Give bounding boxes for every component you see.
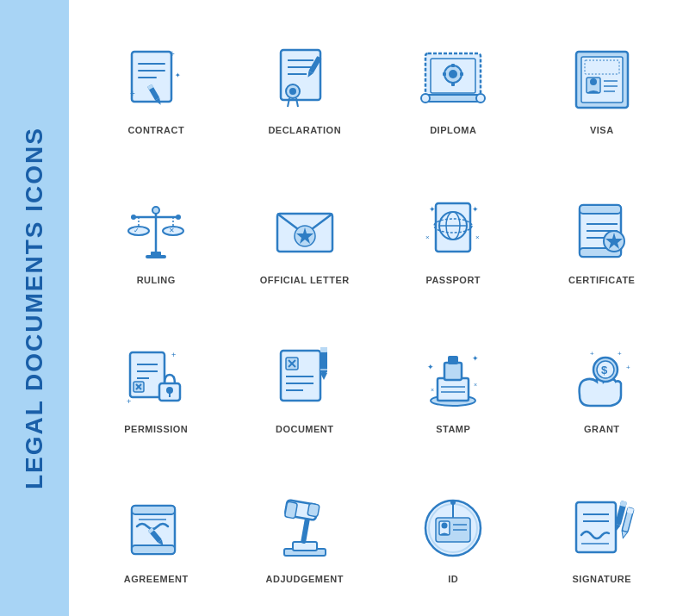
svg-text:✦: ✦ (175, 72, 181, 79)
svg-rect-123 (307, 503, 320, 517)
svg-text:✦: ✦ (472, 354, 479, 363)
signature-icon (563, 489, 641, 567)
adjudgement-icon (266, 489, 344, 567)
svg-rect-96 (438, 378, 469, 401)
svg-rect-98 (448, 356, 458, 364)
svg-point-35 (590, 78, 597, 85)
grant-label: GRANT (584, 424, 620, 434)
sidebar: LEGAL DOCUMENTS ICONS (0, 0, 69, 616)
permission-label: PERMISSION (124, 424, 188, 434)
icon-passport: ✦ ✦ × × PASSPORT (383, 167, 524, 308)
agreement-label: AGREEMENT (124, 574, 189, 584)
svg-rect-93 (320, 347, 327, 352)
svg-rect-24 (451, 64, 455, 67)
svg-text:+: + (171, 351, 176, 359)
sidebar-title: LEGAL DOCUMENTS ICONS (21, 127, 48, 489)
svg-rect-25 (451, 83, 455, 86)
certificate-icon (563, 190, 641, 268)
id-label: ID (448, 574, 458, 584)
adjudgement-label: ADJUDGEMENT (266, 574, 344, 584)
svg-point-23 (449, 70, 457, 78)
svg-text:+: + (127, 397, 131, 406)
icon-declaration: DECLARATION (235, 17, 376, 159)
contract-icon: + + ✦ (117, 40, 195, 118)
svg-rect-27 (460, 72, 463, 76)
icon-adjudgement: ADJUDGEMENT (235, 466, 376, 607)
icon-contract: + + ✦ CONTRACT (86, 17, 227, 159)
icon-permission: + + PERMISSION (86, 317, 227, 458)
svg-rect-113 (132, 545, 175, 554)
diploma-icon (414, 40, 492, 118)
svg-rect-28 (425, 95, 481, 102)
svg-text:+: + (626, 364, 630, 371)
svg-point-30 (476, 94, 485, 103)
icon-stamp: ✦ ✦ × × STAMP (383, 317, 524, 458)
svg-text:×: × (425, 233, 430, 241)
svg-text:✦: ✦ (472, 205, 479, 214)
id-icon (414, 489, 492, 567)
official-letter-icon (266, 190, 344, 268)
svg-text:✦: ✦ (427, 363, 434, 371)
svg-marker-141 (620, 531, 628, 539)
svg-point-128 (442, 523, 448, 529)
icon-grant: $ + + + GRANT (532, 317, 673, 458)
icon-signature: SIGNATURE (532, 466, 673, 607)
icon-diploma: DIPLOMA (383, 17, 524, 159)
official-letter-label: OFFICIAL LETTER (260, 275, 350, 285)
icons-grid: + + ✦ CONTRACT (86, 17, 672, 607)
svg-point-51 (176, 215, 181, 220)
ruling-label: RULING (137, 275, 176, 285)
visa-icon (563, 40, 641, 118)
icon-visa: VISA (532, 17, 673, 159)
icon-official-letter: OFFICIAL LETTER (235, 167, 376, 308)
svg-point-15 (289, 88, 296, 95)
visa-label: VISA (590, 125, 614, 135)
icon-ruling: ✓ ✕ RULING (86, 167, 227, 308)
declaration-label: DECLARATION (268, 125, 341, 135)
passport-icon: ✦ ✦ × × (414, 190, 492, 268)
svg-text:✕: ✕ (169, 227, 175, 234)
svg-point-50 (131, 215, 136, 220)
certificate-label: CERTIFICATE (568, 275, 635, 285)
svg-text:+: + (170, 49, 175, 59)
signature-label: SIGNATURE (573, 574, 631, 584)
svg-text:+: + (590, 350, 594, 358)
passport-label: PASSPORT (425, 275, 481, 285)
svg-text:×: × (474, 382, 477, 388)
permission-icon: + + (117, 339, 195, 417)
svg-rect-112 (132, 506, 175, 514)
document-icon (266, 339, 344, 417)
svg-text:×: × (475, 233, 480, 241)
icon-document: DOCUMENT (235, 317, 376, 458)
svg-text:+: + (130, 89, 135, 98)
stamp-icon: ✦ ✦ × × (414, 339, 492, 417)
svg-text:✦: ✦ (429, 205, 436, 214)
svg-rect-55 (436, 203, 470, 252)
stamp-label: STAMP (436, 424, 470, 434)
icon-id: ID (383, 466, 524, 607)
declaration-icon (266, 40, 344, 118)
document-label: DOCUMENT (276, 424, 334, 434)
svg-rect-133 (576, 502, 616, 552)
contract-label: CONTRACT (127, 125, 184, 135)
svg-rect-122 (284, 501, 297, 519)
svg-text:+: + (618, 350, 622, 358)
diploma-label: DIPLOMA (430, 125, 476, 135)
svg-point-49 (152, 207, 159, 214)
svg-point-132 (450, 500, 456, 505)
svg-rect-40 (146, 255, 166, 258)
svg-point-29 (421, 94, 430, 103)
icon-certificate: CERTIFICATE (532, 167, 673, 308)
svg-rect-65 (580, 205, 621, 214)
svg-rect-97 (444, 363, 462, 380)
svg-text:$: $ (601, 364, 608, 376)
svg-rect-26 (443, 72, 446, 76)
icon-agreement: AGREEMENT (86, 466, 227, 607)
agreement-icon (117, 489, 195, 567)
grant-icon: $ + + + (563, 339, 641, 417)
main-content: + + ✦ CONTRACT (69, 0, 689, 616)
ruling-icon: ✓ ✕ (117, 190, 195, 268)
svg-text:✓: ✓ (133, 227, 140, 234)
svg-text:×: × (431, 387, 434, 393)
